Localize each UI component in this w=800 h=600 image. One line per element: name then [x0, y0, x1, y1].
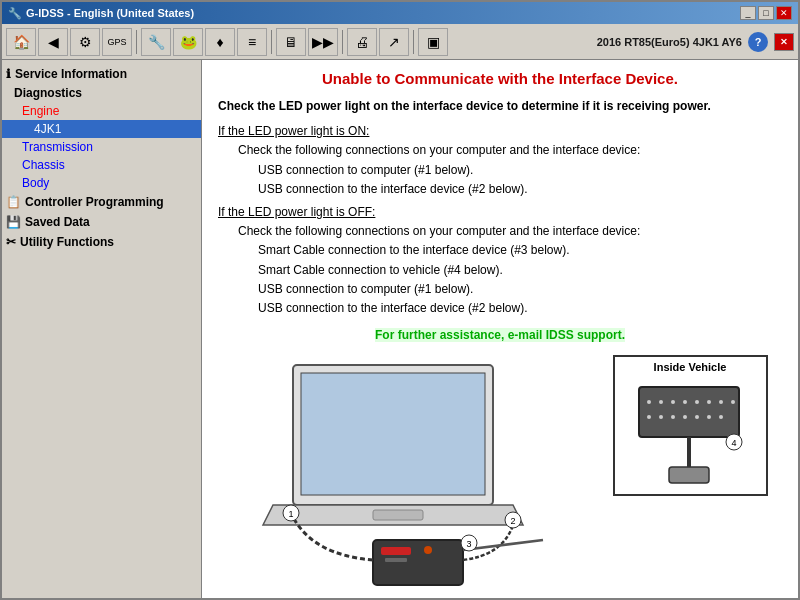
window-title: G-IDSS - English (United States)	[26, 7, 194, 19]
email-support-text[interactable]: For further assistance, e-mail IDSS supp…	[375, 328, 625, 342]
4jk1-label: 4JK1	[34, 122, 61, 136]
service-info-label: Service Information	[15, 67, 127, 81]
error-title: Unable to Communicate with the Interface…	[218, 70, 782, 87]
svg-rect-3	[373, 540, 463, 585]
sidebar-item-engine[interactable]: Engine	[2, 102, 201, 120]
svg-point-18	[695, 400, 699, 404]
sidebar-item-4jk1[interactable]: 4JK1	[2, 120, 201, 138]
sidebar-section-utility[interactable]: ✂ Utility Functions	[2, 232, 201, 252]
diamond-button[interactable]: ♦	[205, 28, 235, 56]
sidebar-item-chassis[interactable]: Chassis	[2, 156, 201, 174]
svg-point-21	[731, 400, 735, 404]
svg-point-26	[695, 415, 699, 419]
help-button[interactable]: ?	[748, 32, 768, 52]
wrench-button[interactable]: 🔧	[141, 28, 171, 56]
separator1	[136, 30, 137, 54]
transmission-label: Transmission	[22, 140, 93, 154]
svg-point-27	[707, 415, 711, 419]
svg-rect-13	[639, 387, 739, 437]
laptop-diagram-svg: 1 2 3	[233, 355, 593, 585]
sidebar-item-body[interactable]: Body	[2, 174, 201, 192]
svg-text:3: 3	[466, 539, 471, 549]
diagnostics-label: Diagnostics	[14, 86, 82, 100]
lines-button[interactable]: ≡	[237, 28, 267, 56]
svg-point-28	[719, 415, 723, 419]
led-on-line1: Check the following connections on your …	[238, 141, 782, 160]
sidebar: ℹ Service Information Diagnostics Engine…	[2, 60, 202, 598]
utility-icon: ✂	[6, 235, 16, 249]
svg-point-15	[659, 400, 663, 404]
maximize-button[interactable]: □	[758, 6, 774, 20]
close-button[interactable]: ✕	[776, 6, 792, 20]
app-icon: 🔧	[8, 7, 22, 20]
toolbar-right: 2016 RT85(Euro5) 4JK1 AY6 ? ✕	[597, 32, 794, 52]
led-on-line2: USB connection to computer (#1 below).	[258, 161, 782, 180]
main-area: ℹ Service Information Diagnostics Engine…	[2, 60, 798, 598]
separator3	[342, 30, 343, 54]
back-button[interactable]: ◀	[38, 28, 68, 56]
svg-rect-5	[385, 558, 407, 562]
chassis-label: Chassis	[22, 158, 65, 172]
toolbar: 🏠 ◀ ⚙ GPS 🔧 🐸 ♦ ≡ 🖥 ▶▶ 🖨 ↗ ▣ 2016 RT85(E…	[2, 24, 798, 60]
window-controls: _ □ ✕	[740, 6, 792, 20]
led-off-line2: Smart Cable connection to the interface …	[258, 241, 782, 260]
sidebar-section-service[interactable]: ℹ Service Information	[2, 64, 201, 84]
svg-point-6	[424, 546, 432, 554]
settings-button[interactable]: ⚙	[70, 28, 100, 56]
svg-text:2: 2	[510, 516, 515, 526]
title-bar-left: 🔧 G-IDSS - English (United States)	[8, 7, 194, 20]
exit-button[interactable]: ✕	[774, 33, 794, 51]
led-off-label: If the LED power light is OFF:	[218, 203, 782, 222]
svg-point-17	[683, 400, 687, 404]
minimize-button[interactable]: _	[740, 6, 756, 20]
utility-functions-label: Utility Functions	[20, 235, 114, 249]
content-area: Unable to Communicate with the Interface…	[202, 60, 798, 598]
gps-button[interactable]: GPS	[102, 28, 132, 56]
svg-point-24	[671, 415, 675, 419]
svg-point-14	[647, 400, 651, 404]
inside-vehicle-label: Inside Vehicle	[619, 361, 762, 373]
controller-icon: 📋	[6, 195, 21, 209]
led-on-line3: USB connection to the interface device (…	[258, 180, 782, 199]
toolbar-buttons: 🏠 ◀ ⚙ GPS 🔧 🐸 ♦ ≡ 🖥 ▶▶ 🖨 ↗ ▣	[6, 28, 448, 56]
engine-label: Engine	[22, 104, 59, 118]
separator4	[413, 30, 414, 54]
saved-data-label: Saved Data	[25, 215, 90, 229]
instructions: Check the LED power light on the interfa…	[218, 97, 782, 345]
window-button[interactable]: ▣	[418, 28, 448, 56]
sidebar-section-saved[interactable]: 💾 Saved Data	[2, 212, 201, 232]
inside-vehicle-box: Inside Vehicle	[613, 355, 768, 496]
svg-point-16	[671, 400, 675, 404]
svg-rect-4	[381, 547, 411, 555]
led-off-line5: USB connection to the interface device (…	[258, 299, 782, 318]
main-window: 🔧 G-IDSS - English (United States) _ □ ✕…	[0, 0, 800, 600]
sidebar-section-controller[interactable]: 📋 Controller Programming	[2, 192, 201, 212]
home-button[interactable]: 🏠	[6, 28, 36, 56]
controller-prog-label: Controller Programming	[25, 195, 164, 209]
svg-point-23	[659, 415, 663, 419]
forward-button[interactable]: ▶▶	[308, 28, 338, 56]
svg-text:1: 1	[288, 509, 293, 519]
led-off-line1: Check the following connections on your …	[238, 222, 782, 241]
svg-point-25	[683, 415, 687, 419]
svg-rect-2	[373, 510, 423, 520]
svg-point-20	[719, 400, 723, 404]
arrow-button[interactable]: ↗	[379, 28, 409, 56]
sidebar-item-transmission[interactable]: Transmission	[2, 138, 201, 156]
check-led-text: Check the LED power light on the interfa…	[218, 97, 782, 116]
print-button[interactable]: 🖨	[347, 28, 377, 56]
led-off-line4: USB connection to computer (#1 below).	[258, 280, 782, 299]
title-bar: 🔧 G-IDSS - English (United States) _ □ ✕	[2, 2, 798, 24]
sidebar-item-diagnostics[interactable]: Diagnostics	[2, 84, 201, 102]
service-info-icon: ℹ	[6, 67, 11, 81]
led-on-label: If the LED power light is ON:	[218, 122, 782, 141]
frog-button[interactable]: 🐸	[173, 28, 203, 56]
svg-rect-1	[301, 373, 485, 495]
separator2	[271, 30, 272, 54]
diagram-area: 1 2 3 Inside Vehicle	[218, 355, 782, 585]
led-off-line3: Smart Cable connection to vehicle (#4 be…	[258, 261, 782, 280]
svg-text:4: 4	[731, 438, 736, 448]
vehicle-info: 2016 RT85(Euro5) 4JK1 AY6	[597, 36, 742, 48]
obd-connector-svg: 4	[619, 377, 759, 487]
monitor-button[interactable]: 🖥	[276, 28, 306, 56]
